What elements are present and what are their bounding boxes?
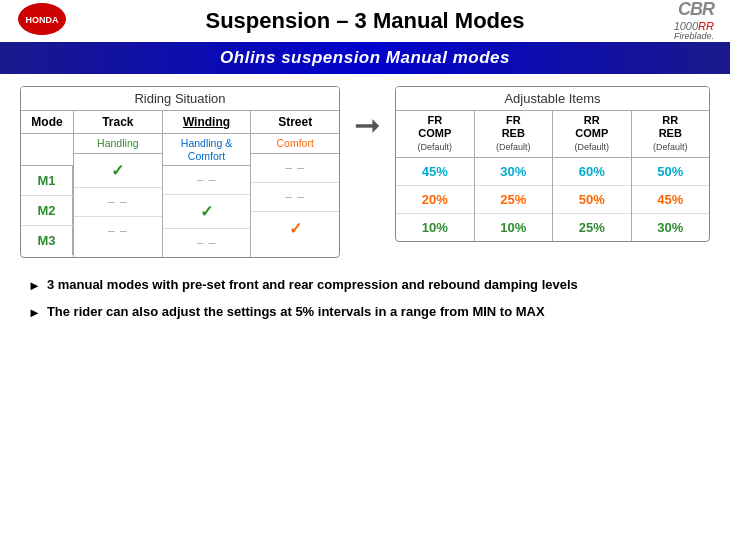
fr-comp-m1: 45% [396,158,474,185]
fr-reb-m1: 30% [475,158,553,185]
rr-comp-column: RRCOMP(Default) 60% 50% 25% [553,111,632,241]
table-row: – – [74,188,162,217]
fr-reb-m2: 25% [475,186,553,213]
table-row: 50% [553,186,631,214]
riding-situation-table: Riding Situation Mode M1 M2 M3 [20,86,340,258]
mode-m2: M2 [21,196,73,225]
bullet-arrow-icon: ► [28,304,41,322]
rr-reb-header: RRREB(Default) [632,111,710,158]
fr-comp-column: FRCOMP(Default) 45% 20% 10% [396,111,475,241]
dash-value: – – [285,161,305,175]
orange-check-icon: ✓ [289,219,302,238]
track-column: Track Handling ✓ – – – – [74,111,163,257]
winding-sub-header: Handling &Comfort [163,134,251,166]
mode-column: Mode M1 M2 M3 [21,111,74,257]
table-row: – – [163,229,251,257]
dash-value: – – [197,173,217,187]
table-row: 20% [396,186,474,214]
rr-comp-header: RRCOMP(Default) [553,111,631,158]
svg-text:HONDA: HONDA [26,15,59,25]
honda-logo: HONDA [16,0,68,42]
bullet-arrow-icon: ► [28,277,41,295]
list-item: ► The rider can also adjust the settings… [28,303,702,322]
table-row: M1 [21,166,73,196]
riding-situation-header: Riding Situation [21,87,339,111]
adj-columns: FRCOMP(Default) 45% 20% 10% FRREB(Defaul… [396,111,709,241]
street-col-header: Street [251,111,339,134]
dash-value: – – [197,236,217,250]
table-row: M2 [21,196,73,226]
fr-reb-header: FRREB(Default) [475,111,553,158]
adjustable-items-table: Adjustable Items FRCOMP(Default) 45% 20%… [395,86,710,242]
mode-m3: M3 [21,226,73,255]
table-row: ✓ [74,154,162,188]
rr-comp-m2: 50% [553,186,631,213]
header: HONDA Suspension – 3 Manual Modes CBR 10… [0,0,730,42]
page-title: Suspension – 3 Manual Modes [205,8,524,34]
rr-comp-m1: 60% [553,158,631,185]
table-row: – – [163,166,251,195]
bullet-list: ► 3 manual modes with pre-set front and … [20,272,710,334]
right-arrow-icon: ➞ [354,106,381,144]
table-row: 45% [396,158,474,186]
mode-m1: M1 [21,166,73,195]
table-row: – – [251,183,339,212]
adjustable-header: Adjustable Items [396,87,709,111]
table-area: Riding Situation Mode M1 M2 M3 [20,86,710,258]
rr-reb-m2: 45% [632,186,710,213]
winding-col-header: Winding [163,111,251,134]
check-icon: ✓ [200,202,213,221]
table-row: 10% [396,214,474,241]
rr-reb-m3: 30% [632,214,710,241]
main-content: Riding Situation Mode M1 M2 M3 [0,74,730,343]
table-row: 30% [475,158,553,186]
fr-comp-header: FRCOMP(Default) [396,111,474,158]
list-item: ► 3 manual modes with pre-set front and … [28,276,702,295]
winding-column: Winding Handling &Comfort – – ✓ – – [163,111,252,257]
table-row: 45% [632,186,710,214]
dash-value: – – [285,190,305,204]
riding-columns: Mode M1 M2 M3 Track Handling [21,111,339,257]
rr-comp-m3: 25% [553,214,631,241]
arrow-container: ➞ [350,106,385,144]
street-sub-header: Comfort [251,134,339,154]
table-row: 60% [553,158,631,186]
table-row: M3 [21,226,73,255]
blue-banner: Ohlins suspension Manual modes [0,42,730,74]
fr-reb-column: FRREB(Default) 30% 25% 10% [475,111,554,241]
table-row: 50% [632,158,710,186]
table-row: 25% [553,214,631,241]
street-column: Street Comfort – – – – ✓ [251,111,339,257]
track-sub-header: Handling [74,134,162,154]
table-row: ✓ [251,212,339,245]
table-row: 10% [475,214,553,241]
banner-text: Ohlins suspension Manual modes [220,48,510,67]
dash-value: – – [108,224,128,238]
table-row: 25% [475,186,553,214]
table-row: – – [251,154,339,183]
cbr-logo: CBR 1000RR Fireblade. [674,0,714,42]
check-icon: ✓ [111,161,124,180]
table-row: 30% [632,214,710,241]
dash-value: – – [108,195,128,209]
rr-reb-column: RRREB(Default) 50% 45% 30% [632,111,710,241]
table-row: ✓ [163,195,251,229]
fr-comp-m3: 10% [396,214,474,241]
bullet-text-2: The rider can also adjust the settings a… [47,303,545,321]
fr-comp-m2: 20% [396,186,474,213]
fr-reb-m3: 10% [475,214,553,241]
table-row: – – [74,217,162,245]
mode-spacer [21,134,73,166]
mode-col-header: Mode [21,111,73,134]
bullet-text-1: 3 manual modes with pre-set front and re… [47,276,578,294]
rr-reb-m1: 50% [632,158,710,185]
track-col-header: Track [74,111,162,134]
